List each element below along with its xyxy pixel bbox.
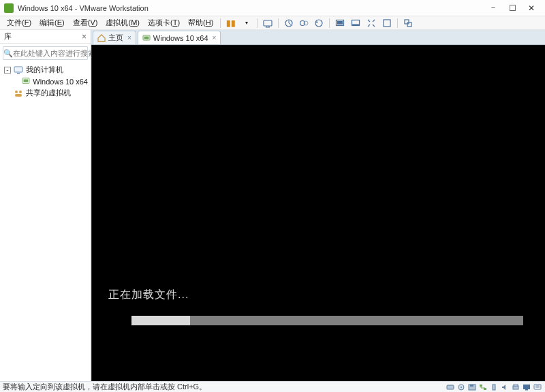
shared-icon <box>14 89 23 97</box>
status-message: 要将输入定向到该虚拟机，请在虚拟机内部单击或按 Ctrl+G。 <box>3 382 446 392</box>
tab-close-icon[interactable]: × <box>213 34 217 42</box>
maximize-button[interactable]: ☐ <box>503 1 522 16</box>
minimize-button[interactable]: － <box>484 1 503 16</box>
unity-icon[interactable] <box>401 17 415 29</box>
separator <box>329 18 330 28</box>
tree-label: 我的计算机 <box>26 65 63 75</box>
svg-rect-21 <box>447 385 454 389</box>
svg-rect-8 <box>352 24 360 25</box>
thumbnail-view-icon[interactable] <box>349 17 362 29</box>
main-area: 主页 × Windows 10 x64 × 正在加载文件... <box>91 30 545 381</box>
svg-rect-0 <box>264 20 272 26</box>
separator <box>278 18 279 28</box>
tree-item-windows10[interactable]: Windows 10 x64 <box>3 76 88 87</box>
close-button[interactable]: ✕ <box>522 1 541 16</box>
tree-label: 共享的虚拟机 <box>26 88 71 98</box>
separator <box>397 18 398 28</box>
fullscreen-icon[interactable] <box>380 17 394 29</box>
svg-rect-28 <box>493 385 495 390</box>
revert-snapshot-icon[interactable] <box>312 17 326 29</box>
menu-edit[interactable]: 编辑(E) <box>35 16 69 29</box>
svg-rect-29 <box>513 386 518 389</box>
separator <box>257 18 258 28</box>
svg-rect-26 <box>480 385 482 387</box>
tabstrip: 主页 × Windows 10 x64 × <box>91 30 545 45</box>
app-icon <box>4 3 14 13</box>
library-sidebar: 库 × 🔍 ▾ - 我的计算机 Windows 10 x64 共享的虚拟机 <box>0 30 91 381</box>
svg-rect-9 <box>384 20 390 27</box>
snapshot-manager-icon[interactable] <box>297 17 311 29</box>
device-hdd-icon[interactable] <box>446 383 455 391</box>
statusbar: 要将输入定向到该虚拟机，请在虚拟机内部单击或按 Ctrl+G。 <box>0 381 545 392</box>
tree-item-my-computer[interactable]: - 我的计算机 <box>3 64 88 76</box>
vm-display[interactable]: 正在加载文件... <box>91 45 545 381</box>
svg-rect-20 <box>144 36 149 39</box>
device-sound-icon[interactable] <box>500 383 510 391</box>
status-icons <box>446 383 542 391</box>
messages-icon[interactable] <box>533 383 542 391</box>
library-close-icon[interactable]: × <box>82 32 87 42</box>
device-usb-icon[interactable] <box>489 383 499 391</box>
tab-close-icon[interactable]: × <box>127 34 131 42</box>
tab-label: 主页 <box>108 33 123 43</box>
svg-point-17 <box>19 91 22 93</box>
library-search[interactable]: 🔍 ▾ <box>3 46 88 60</box>
svg-rect-25 <box>470 385 473 387</box>
menubar: 文件(F) 编辑(E) 查看(V) 虚拟机(M) 选项卡(T) 帮助(H) ▮▮… <box>0 16 545 30</box>
svg-rect-31 <box>523 385 530 389</box>
device-printer-icon[interactable] <box>511 383 520 391</box>
menu-view[interactable]: 查看(V) <box>69 16 102 29</box>
menu-file[interactable]: 文件(F) <box>3 16 35 29</box>
vm-loading-text: 正在加载文件... <box>108 288 189 302</box>
svg-rect-12 <box>14 67 22 72</box>
svg-rect-30 <box>514 385 518 386</box>
svg-rect-11 <box>407 22 411 27</box>
library-title: 库 <box>4 31 12 42</box>
svg-point-23 <box>461 387 462 388</box>
separator <box>220 18 221 28</box>
svg-point-16 <box>15 91 18 93</box>
menu-vm[interactable]: 虚拟机(M) <box>102 16 144 29</box>
device-floppy-icon[interactable] <box>467 383 477 391</box>
tab-label: Windows 10 x64 <box>153 34 208 42</box>
tab-vm-windows10[interactable]: Windows 10 x64 × <box>138 31 221 44</box>
menu-help[interactable]: 帮助(H) <box>184 16 217 29</box>
pause-button[interactable]: ▮▮ <box>224 17 238 29</box>
svg-point-3 <box>304 21 308 25</box>
device-cd-icon[interactable] <box>456 383 466 391</box>
computer-icon <box>14 66 23 74</box>
library-tree: - 我的计算机 Windows 10 x64 共享的虚拟机 <box>0 63 91 381</box>
window-title: Windows 10 x64 - VMware Workstation <box>18 4 484 12</box>
device-display-icon[interactable] <box>522 383 531 391</box>
window-titlebar: Windows 10 x64 - VMware Workstation － ☐ … <box>0 0 545 16</box>
svg-rect-10 <box>405 20 409 24</box>
svg-rect-6 <box>337 21 343 24</box>
tree-label: Windows 10 x64 <box>33 78 88 86</box>
tree-item-shared-vms[interactable]: 共享的虚拟机 <box>3 87 88 99</box>
vm-progress-fill <box>131 316 190 325</box>
snapshot-icon[interactable] <box>282 17 296 29</box>
stretch-icon[interactable] <box>364 17 378 29</box>
console-view-icon[interactable] <box>333 17 347 29</box>
library-header: 库 × <box>0 30 91 44</box>
home-icon <box>97 34 106 42</box>
send-ctrl-alt-del-icon[interactable] <box>261 17 275 29</box>
svg-point-4 <box>315 20 322 27</box>
search-icon: 🔍 <box>3 49 13 58</box>
vm-progress-bar <box>131 316 523 325</box>
collapse-icon[interactable]: - <box>4 67 11 74</box>
power-dropdown[interactable]: ▾ <box>240 17 253 29</box>
menu-tabs[interactable]: 选项卡(T) <box>144 16 184 29</box>
vm-icon <box>22 78 30 86</box>
tab-home[interactable]: 主页 × <box>93 31 136 44</box>
svg-rect-13 <box>17 73 20 74</box>
device-network-icon[interactable] <box>478 383 488 391</box>
svg-rect-15 <box>24 80 29 82</box>
vm-tab-icon <box>142 34 151 42</box>
svg-rect-32 <box>525 389 528 391</box>
svg-rect-18 <box>15 94 22 97</box>
